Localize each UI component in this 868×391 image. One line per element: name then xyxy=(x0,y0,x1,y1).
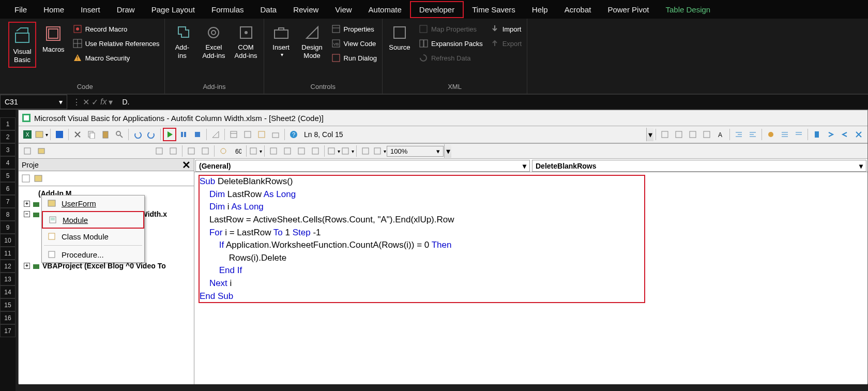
tb2-btn[interactable] xyxy=(166,144,180,158)
close-icon[interactable]: ✕ xyxy=(182,159,191,171)
com-addins-button[interactable]: COM Add-ins xyxy=(232,21,261,63)
copy-button[interactable] xyxy=(85,128,98,141)
tb2-btn[interactable]: ▾ xyxy=(249,144,262,158)
row-header[interactable]: 9 xyxy=(0,221,16,234)
row-header[interactable]: 14 xyxy=(0,285,16,298)
row-header[interactable]: 12 xyxy=(0,260,16,273)
tb2-btn[interactable] xyxy=(267,144,280,158)
tb2-btn[interactable] xyxy=(21,144,34,158)
design-mode-button[interactable]: Design Mode xyxy=(298,21,326,63)
save-button[interactable] xyxy=(53,128,66,141)
vbe-title-bar[interactable]: Microsoft Visual Basic for Applications … xyxy=(19,110,867,126)
visual-basic-button[interactable]: Visual Basic xyxy=(8,22,36,68)
procedure-dropdown[interactable]: DeleteBlankRows ▾ xyxy=(532,160,866,172)
menu-insert[interactable]: Insert xyxy=(72,2,109,17)
export-button[interactable]: Export xyxy=(488,37,524,50)
outdent-button[interactable] xyxy=(746,128,759,141)
menu-file[interactable]: File xyxy=(6,2,35,17)
zoom-dropdown[interactable]: 100%▾ xyxy=(387,146,444,157)
use-relative-references-button[interactable]: Use Relative References xyxy=(71,37,162,50)
tb2-btn[interactable] xyxy=(153,144,166,158)
row-header[interactable]: 7 xyxy=(0,195,16,208)
tb2-btn[interactable]: ▾ xyxy=(327,144,340,158)
tb2-btn[interactable] xyxy=(359,144,372,158)
indent-button[interactable] xyxy=(732,128,745,141)
menu-page-layout[interactable]: Page Layout xyxy=(143,2,203,17)
menu-automate[interactable]: Automate xyxy=(360,2,410,17)
tb2-btn[interactable] xyxy=(281,144,294,158)
view-code-button[interactable]: VB View Code xyxy=(329,37,379,50)
object-dropdown[interactable]: (General) ▾ xyxy=(195,160,530,172)
row-header[interactable]: 17 xyxy=(0,324,16,337)
expand-icon[interactable]: + xyxy=(24,263,30,269)
menu-table-design[interactable]: Table Design xyxy=(657,2,719,17)
row-header[interactable]: 4 xyxy=(0,156,16,169)
menu-item-class-module[interactable]: Class Module xyxy=(42,229,144,244)
insert-control-button[interactable]: Insert ▾ xyxy=(267,21,295,61)
tb2-btn[interactable] xyxy=(199,144,212,158)
menu-item-procedure[interactable]: Procedure... xyxy=(42,247,144,262)
row-header[interactable]: 2 xyxy=(0,130,16,143)
toolbar-overflow[interactable]: ▾ xyxy=(646,128,653,141)
toolbox-button[interactable] xyxy=(269,128,282,141)
view-code-icon[interactable] xyxy=(20,173,32,184)
expansion-packs-button[interactable]: Expansion Packs xyxy=(417,37,485,50)
tb2-btn[interactable] xyxy=(309,144,322,158)
find-button[interactable] xyxy=(113,128,126,141)
expand-icon[interactable]: + xyxy=(24,201,30,207)
paste-button[interactable] xyxy=(99,128,112,141)
row-header[interactable]: 11 xyxy=(0,247,16,260)
menu-view[interactable]: View xyxy=(327,2,360,17)
map-properties-button[interactable]: Map Properties xyxy=(417,23,485,35)
menu-developer[interactable]: Developer xyxy=(410,1,464,18)
menu-power-pivot[interactable]: Power Pivot xyxy=(599,2,657,17)
tb-btn[interactable] xyxy=(686,128,699,141)
view-excel-button[interactable]: X xyxy=(21,128,34,141)
redo-button[interactable] xyxy=(145,128,158,141)
run-button[interactable] xyxy=(163,128,176,141)
macro-security-button[interactable]: ! Macro Security xyxy=(71,52,162,64)
macros-button[interactable]: Macros xyxy=(39,21,68,57)
break-button[interactable] xyxy=(177,128,190,141)
menu-item-userform[interactable]: UserForm xyxy=(42,196,144,211)
row-header[interactable]: 6 xyxy=(0,182,16,195)
row-header[interactable]: 1 xyxy=(0,117,16,130)
object-browser-button[interactable] xyxy=(255,128,268,141)
run-dialog-button[interactable]: Run Dialog xyxy=(329,52,379,64)
menu-review[interactable]: Review xyxy=(285,2,327,17)
prev-bookmark-button[interactable] xyxy=(838,128,851,141)
collapse-icon[interactable]: − xyxy=(24,211,30,217)
tb-btn[interactable] xyxy=(658,128,672,141)
tb2-btn[interactable] xyxy=(217,144,230,158)
cut-button[interactable] xyxy=(71,128,84,141)
tb-btn[interactable]: A xyxy=(714,128,727,141)
properties-window-button[interactable] xyxy=(241,128,254,141)
refresh-data-button[interactable]: Refresh Data xyxy=(417,52,485,64)
menu-acrobat[interactable]: Acrobat xyxy=(556,2,600,17)
import-button[interactable]: Import xyxy=(488,23,524,35)
row-header[interactable]: 16 xyxy=(0,311,16,324)
tb2-btn[interactable]: ▾ xyxy=(341,144,354,158)
insert-dropdown-button[interactable]: ▾ xyxy=(35,128,48,141)
formula-input[interactable]: D. xyxy=(118,98,868,106)
comment-block-button[interactable] xyxy=(778,128,791,141)
menu-time-savers[interactable]: Time Savers xyxy=(464,2,524,17)
menu-help[interactable]: Help xyxy=(524,2,556,17)
row-header[interactable]: 8 xyxy=(0,208,16,221)
name-box[interactable]: C31 ▾ xyxy=(0,95,67,109)
cancel-icon[interactable]: ✕ xyxy=(83,97,89,107)
menu-formulas[interactable]: Formulas xyxy=(203,2,252,17)
row-header[interactable]: 3 xyxy=(0,143,16,156)
project-explorer-button[interactable] xyxy=(227,128,240,141)
row-header[interactable]: 5 xyxy=(0,169,16,182)
row-header[interactable]: 15 xyxy=(0,298,16,311)
next-bookmark-button[interactable] xyxy=(824,128,837,141)
tb2-btn[interactable] xyxy=(35,144,48,158)
tb2-btn[interactable] xyxy=(295,144,308,158)
tb-btn[interactable] xyxy=(672,128,686,141)
view-object-icon[interactable] xyxy=(33,173,44,184)
menu-home[interactable]: Home xyxy=(35,2,72,17)
project-explorer-header[interactable]: Proje ✕ xyxy=(19,159,194,171)
select-all-corner[interactable] xyxy=(0,110,16,117)
bookmark-button[interactable] xyxy=(810,128,824,141)
